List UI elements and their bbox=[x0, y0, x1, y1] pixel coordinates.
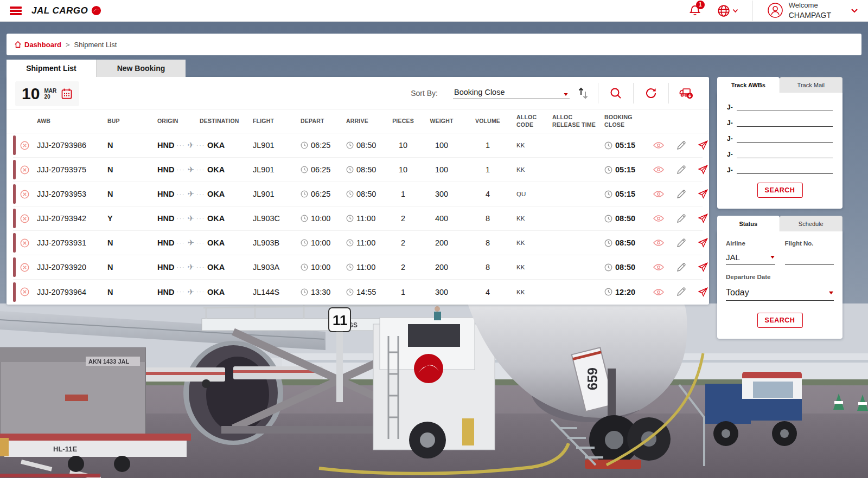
edit-icon[interactable] bbox=[676, 238, 686, 248]
flight-cell: JL903A bbox=[247, 263, 295, 272]
table-row[interactable]: JJJ-20793975 N HND ··· ✈ ··· OKA JL901 0… bbox=[13, 158, 703, 182]
view-icon[interactable] bbox=[653, 141, 664, 149]
edit-icon[interactable] bbox=[676, 165, 686, 175]
awb-cell: JJJ-20793942 bbox=[31, 214, 102, 223]
send-icon[interactable] bbox=[698, 238, 708, 248]
stand-number-label: 11 bbox=[333, 312, 348, 328]
search-button[interactable] bbox=[598, 77, 633, 109]
cancel-circle-icon[interactable] bbox=[20, 238, 29, 248]
cancel-circle-icon[interactable] bbox=[20, 141, 29, 150]
alloc-code-cell: KK bbox=[511, 289, 547, 295]
truck-download-button[interactable] bbox=[669, 77, 704, 109]
weight-cell: 300 bbox=[419, 190, 464, 198]
user-menu[interactable]: Welcome CHAMPAGT bbox=[767, 1, 858, 20]
brand-logo[interactable]: JAL CARGO bbox=[31, 5, 101, 16]
view-icon[interactable] bbox=[653, 166, 664, 173]
awb-input[interactable] bbox=[737, 150, 833, 158]
refresh-button[interactable] bbox=[634, 77, 668, 109]
truck-download-icon bbox=[679, 87, 693, 100]
route-dashes: ··· bbox=[176, 240, 185, 246]
cancel-circle-icon[interactable] bbox=[20, 287, 29, 296]
edit-icon[interactable] bbox=[676, 287, 686, 296]
tab-schedule[interactable]: Schedule bbox=[780, 216, 843, 231]
col-origin: ORIGIN bbox=[157, 118, 200, 125]
awb-input[interactable] bbox=[737, 165, 833, 174]
table-row[interactable]: JJJ-20793964 N HND ··· ✈ ··· OKA JL144S … bbox=[13, 280, 703, 304]
calendar-icon[interactable] bbox=[61, 88, 73, 100]
table-row[interactable]: JJJ-20793942 Y HND ··· ✈ ··· OKA JL903C … bbox=[13, 206, 703, 231]
view-icon[interactable] bbox=[653, 288, 664, 296]
weight-cell: 100 bbox=[419, 141, 464, 150]
menu-icon[interactable] bbox=[10, 7, 22, 15]
col-volume: VOLUME bbox=[464, 118, 511, 125]
sort-select[interactable]: Booking Close bbox=[453, 88, 570, 99]
tab-status[interactable]: Status bbox=[717, 216, 780, 231]
cancel-circle-icon[interactable] bbox=[20, 214, 29, 223]
plane-icon: ✈ bbox=[187, 189, 194, 199]
table-row[interactable]: JJJ-20793986 N HND ··· ✈ ··· OKA JL901 0… bbox=[13, 133, 703, 158]
bup-cell: N bbox=[102, 288, 152, 296]
status-search-button[interactable]: SEARCH bbox=[757, 313, 803, 328]
arrive-cell: 08:50 bbox=[341, 141, 387, 150]
language-selector[interactable] bbox=[717, 4, 738, 18]
date-picker[interactable]: 10 MAR 20 bbox=[15, 81, 79, 106]
awb-input[interactable] bbox=[737, 134, 833, 143]
table-row[interactable]: JJJ-20793953 N HND ··· ✈ ··· OKA JL901 0… bbox=[13, 182, 703, 206]
route-cell: HND ··· ✈ ··· OKA bbox=[152, 214, 247, 223]
breadcrumb-dashboard-link[interactable]: Dashboard bbox=[14, 41, 61, 49]
clock-icon bbox=[301, 215, 308, 222]
tab-new-booking[interactable]: New Booking bbox=[96, 60, 186, 77]
flight-no-input[interactable] bbox=[785, 252, 834, 265]
username-label: CHAMPAGT bbox=[789, 10, 831, 20]
cancel-circle-icon[interactable] bbox=[20, 165, 29, 175]
cancel-circle-icon[interactable] bbox=[20, 190, 29, 199]
send-icon[interactable] bbox=[698, 262, 708, 272]
awb-prefix-label: J- bbox=[727, 119, 733, 127]
pieces-cell: 1 bbox=[387, 288, 419, 296]
edit-icon[interactable] bbox=[676, 214, 686, 223]
origin-cell: HND bbox=[157, 190, 174, 198]
departure-date-label: Departure Date bbox=[726, 274, 834, 280]
volume-cell: 8 bbox=[464, 238, 511, 247]
edit-icon[interactable] bbox=[676, 190, 686, 199]
table-row[interactable]: JJJ-20793931 N HND ··· ✈ ··· OKA JL903B … bbox=[13, 231, 703, 255]
track-awbs-card: Track AWBs Track Mail J- J- J- J- J- SEA… bbox=[717, 77, 843, 209]
tab-track-mail[interactable]: Track Mail bbox=[780, 77, 843, 93]
sort-direction-icon[interactable] bbox=[577, 86, 589, 100]
edit-icon[interactable] bbox=[676, 263, 686, 272]
view-icon[interactable] bbox=[653, 263, 664, 271]
depart-cell: 06:25 bbox=[295, 190, 341, 198]
bup-cell: Y bbox=[102, 214, 152, 223]
route-dashes: ··· bbox=[196, 264, 205, 270]
breadcrumb: Dashboard > Shipment List bbox=[7, 34, 861, 55]
send-icon[interactable] bbox=[698, 287, 708, 297]
send-icon[interactable] bbox=[698, 214, 708, 223]
col-booking-close: BOOKING CLOSE bbox=[599, 114, 653, 128]
view-icon[interactable] bbox=[653, 239, 664, 247]
bup-cell: N bbox=[102, 263, 152, 272]
send-icon[interactable] bbox=[698, 165, 708, 175]
tab-shipment-list[interactable]: Shipment List bbox=[7, 60, 96, 77]
view-icon[interactable] bbox=[653, 215, 664, 222]
destination-cell: OKA bbox=[207, 141, 225, 150]
edit-icon[interactable] bbox=[676, 141, 686, 150]
table-row[interactable]: JJJ-20793920 N HND ··· ✈ ··· OKA JL903A … bbox=[13, 255, 703, 280]
airline-value: JAL bbox=[726, 253, 740, 262]
awb-input[interactable] bbox=[737, 118, 833, 127]
departure-date-select[interactable]: Today bbox=[726, 288, 834, 301]
row-actions bbox=[653, 287, 713, 297]
airline-select[interactable]: JAL bbox=[726, 252, 775, 265]
track-search-button[interactable]: SEARCH bbox=[757, 183, 803, 198]
tab-track-awbs[interactable]: Track AWBs bbox=[717, 77, 780, 93]
send-icon[interactable] bbox=[698, 140, 708, 150]
send-icon[interactable] bbox=[698, 189, 708, 199]
arrive-cell: 11:00 bbox=[341, 238, 387, 247]
view-icon[interactable] bbox=[653, 190, 664, 198]
awb-input[interactable] bbox=[737, 102, 833, 111]
booking-close-cell: 08:50 bbox=[599, 263, 653, 272]
cancel-circle-icon[interactable] bbox=[20, 263, 29, 272]
clock-icon bbox=[301, 141, 308, 149]
notifications-button[interactable]: 1 bbox=[688, 4, 703, 18]
row-status-bar bbox=[13, 257, 16, 277]
volume-cell: 8 bbox=[464, 214, 511, 223]
